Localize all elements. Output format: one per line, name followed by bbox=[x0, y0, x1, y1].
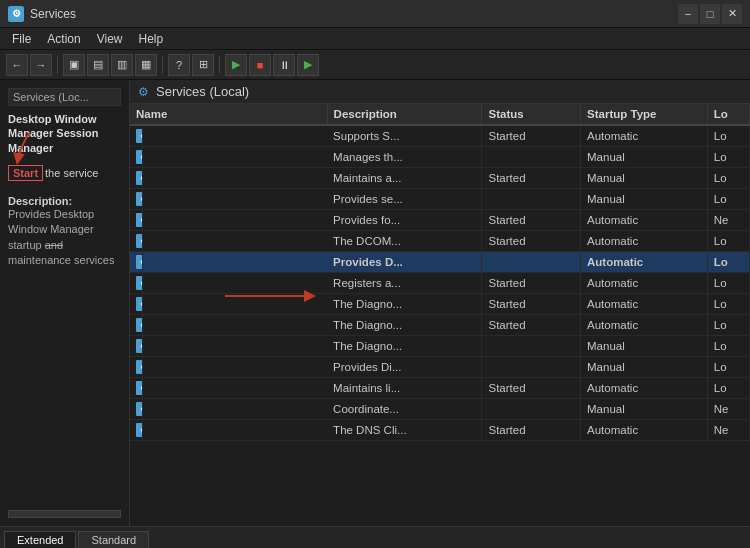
cell-status: Started bbox=[482, 420, 581, 441]
cell-description: Maintains a... bbox=[327, 168, 482, 189]
table-row[interactable]: ⚙COM+ Event...Supports S...StartedAutoma… bbox=[130, 125, 750, 147]
play-button[interactable]: ▶ bbox=[225, 54, 247, 76]
cell-status: Started bbox=[482, 125, 581, 147]
help-button[interactable]: ? bbox=[168, 54, 190, 76]
cell-name: ⚙Cryptograph... bbox=[130, 210, 143, 230]
right-panel-header: ⚙ Services (Local) bbox=[130, 80, 750, 104]
back-button[interactable]: ← bbox=[6, 54, 28, 76]
service-row-icon: ⚙ bbox=[136, 402, 143, 416]
cell-status bbox=[482, 147, 581, 168]
toolbar-btn-5[interactable]: ⊞ bbox=[192, 54, 214, 76]
tab-standard[interactable]: Standard bbox=[78, 531, 149, 548]
col-header-logon[interactable]: Lo bbox=[707, 104, 749, 125]
cell-startup: Manual bbox=[581, 168, 708, 189]
toolbar-btn-4[interactable]: ▦ bbox=[135, 54, 157, 76]
service-row-icon: ⚙ bbox=[136, 423, 143, 437]
toolbar-btn-1[interactable]: ▣ bbox=[63, 54, 85, 76]
cell-name: ⚙Distributed ... bbox=[130, 399, 143, 419]
services-table-container: Name Description Status Startup Type Lo … bbox=[130, 104, 750, 526]
table-row[interactable]: ⚙COM+ Syste...Manages th...ManualLo bbox=[130, 147, 750, 168]
restore-button[interactable]: □ bbox=[700, 4, 720, 24]
play2-button[interactable]: ▶ bbox=[297, 54, 319, 76]
cell-description: Supports S... bbox=[327, 125, 482, 147]
col-header-startup[interactable]: Startup Type bbox=[581, 104, 708, 125]
table-row[interactable]: ⚙Credential M...Provides se...ManualLo bbox=[130, 189, 750, 210]
cell-description: Registers a... bbox=[327, 273, 482, 294]
service-row-icon: ⚙ bbox=[136, 276, 143, 290]
cell-logon: Lo bbox=[707, 378, 749, 399]
table-row[interactable]: ⚙Distributed ...Coordinate...ManualNe bbox=[130, 399, 750, 420]
cell-status: Started bbox=[482, 168, 581, 189]
cell-startup: Automatic bbox=[581, 273, 708, 294]
cell-description: Provides D... bbox=[327, 252, 482, 273]
service-row-icon: ⚙ bbox=[136, 150, 143, 164]
bottom-tabs: Extended Standard bbox=[0, 526, 750, 548]
table-row[interactable]: ⚙Diagnostic P...The Diagno...StartedAuto… bbox=[130, 294, 750, 315]
service-row-icon: ⚙ bbox=[136, 192, 143, 206]
cell-status: Started bbox=[482, 273, 581, 294]
menu-file[interactable]: File bbox=[4, 30, 39, 48]
close-button[interactable]: ✕ bbox=[722, 4, 742, 24]
cell-logon: Ne bbox=[707, 399, 749, 420]
cell-logon: Lo bbox=[707, 357, 749, 378]
cell-description: Provides fo... bbox=[327, 210, 482, 231]
menu-action[interactable]: Action bbox=[39, 30, 88, 48]
tab-extended[interactable]: Extended bbox=[4, 531, 76, 548]
left-panel-title[interactable]: Services (Loc... bbox=[8, 88, 121, 106]
toolbar-separator-3 bbox=[219, 56, 220, 74]
cell-startup: Manual bbox=[581, 336, 708, 357]
cell-startup: Automatic bbox=[581, 420, 708, 441]
toolbar-btn-2[interactable]: ▤ bbox=[87, 54, 109, 76]
cell-description: Provides se... bbox=[327, 189, 482, 210]
toolbar-separator-1 bbox=[57, 56, 58, 74]
table-row[interactable]: ⚙Diagnostic S...The Diagno...StartedAuto… bbox=[130, 315, 750, 336]
service-row-icon: ⚙ bbox=[136, 297, 143, 311]
cell-name: ⚙DHCP Client bbox=[130, 273, 143, 293]
table-row[interactable]: ⚙DCOM Serve...The DCOM...StartedAutomati… bbox=[130, 231, 750, 252]
col-header-status[interactable]: Status bbox=[482, 104, 581, 125]
header-gear-icon: ⚙ bbox=[138, 85, 152, 99]
arrow-to-start bbox=[0, 127, 50, 167]
cell-logon: Lo bbox=[707, 147, 749, 168]
table-row[interactable]: ⚙Desktop Win...Provides D...AutomaticLo bbox=[130, 252, 750, 273]
cell-startup: Manual bbox=[581, 357, 708, 378]
cell-logon: Lo bbox=[707, 294, 749, 315]
cell-startup: Automatic bbox=[581, 231, 708, 252]
cell-startup: Automatic bbox=[581, 378, 708, 399]
menu-view[interactable]: View bbox=[89, 30, 131, 48]
table-row[interactable]: ⚙DHCP ClientRegisters a...StartedAutomat… bbox=[130, 273, 750, 294]
col-header-name[interactable]: Name bbox=[130, 104, 327, 125]
service-row-icon: ⚙ bbox=[136, 255, 143, 269]
table-row[interactable]: ⚙Computer Br...Maintains a...StartedManu… bbox=[130, 168, 750, 189]
cell-logon: Lo bbox=[707, 336, 749, 357]
table-row[interactable]: ⚙Diagnostic S...The Diagno...ManualLo bbox=[130, 336, 750, 357]
table-row[interactable]: ⚙Disk Defrag...Provides Di...ManualLo bbox=[130, 357, 750, 378]
cell-startup: Manual bbox=[581, 399, 708, 420]
cell-startup: Automatic bbox=[581, 125, 708, 147]
cell-name: ⚙Diagnostic P... bbox=[130, 294, 143, 314]
pause-button[interactable]: ⏸ bbox=[273, 54, 295, 76]
table-row[interactable]: ⚙Distributed L...Maintains li...StartedA… bbox=[130, 378, 750, 399]
table-row[interactable]: ⚙Cryptograph...Provides fo...StartedAuto… bbox=[130, 210, 750, 231]
cell-status bbox=[482, 189, 581, 210]
title-bar: ⚙ Services − □ ✕ bbox=[0, 0, 750, 28]
toolbar: ← → ▣ ▤ ▥ ▦ ? ⊞ ▶ ■ ⏸ ▶ bbox=[0, 50, 750, 80]
cell-name: ⚙COM+ Event... bbox=[130, 126, 143, 146]
service-row-icon: ⚙ bbox=[136, 213, 143, 227]
cell-description: Manages th... bbox=[327, 147, 482, 168]
col-header-description[interactable]: Description bbox=[327, 104, 482, 125]
description-text: Provides Desktop Window Manager startup … bbox=[8, 207, 121, 269]
table-row[interactable]: ⚙DNS ClientThe DNS Cli...StartedAutomati… bbox=[130, 420, 750, 441]
start-link[interactable]: Start bbox=[8, 165, 43, 181]
cell-logon: Lo bbox=[707, 231, 749, 252]
window-controls: − □ ✕ bbox=[678, 4, 742, 24]
forward-button[interactable]: → bbox=[30, 54, 52, 76]
strikethrough-text: and bbox=[45, 239, 63, 251]
minimize-button[interactable]: − bbox=[678, 4, 698, 24]
table-header-row: Name Description Status Startup Type Lo bbox=[130, 104, 750, 125]
toolbar-btn-3[interactable]: ▥ bbox=[111, 54, 133, 76]
menu-help[interactable]: Help bbox=[131, 30, 172, 48]
left-scrollbar[interactable] bbox=[8, 510, 121, 518]
stop-button[interactable]: ■ bbox=[249, 54, 271, 76]
service-row-icon: ⚙ bbox=[136, 339, 143, 353]
